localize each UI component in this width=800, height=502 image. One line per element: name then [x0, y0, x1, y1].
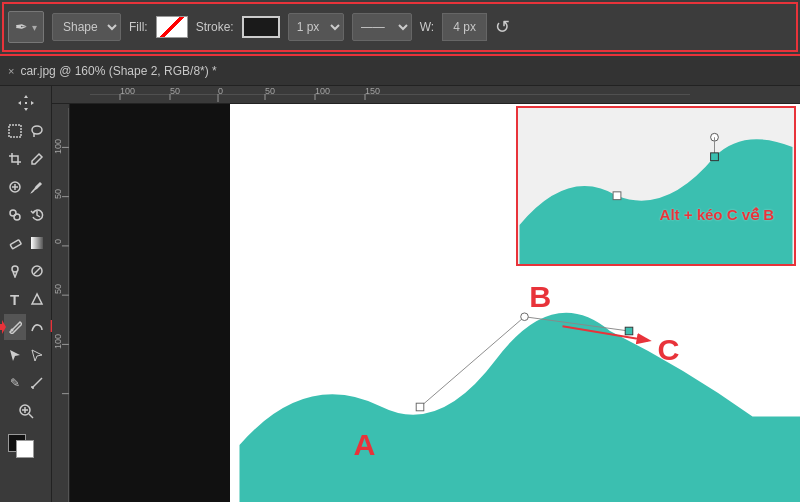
pen-tool-arrow-icon	[0, 317, 8, 337]
svg-point-11	[12, 266, 18, 272]
canvas-area: 100 50 0 50 100 150	[52, 86, 800, 502]
toolbar: ✒ ▾ Shape Fill: Stroke: 1 px —— W: 4 px …	[0, 0, 800, 56]
width-label: W:	[420, 20, 434, 34]
svg-rect-10	[31, 237, 43, 249]
inset-anchor-left	[613, 192, 621, 200]
main-area: T	[0, 86, 800, 502]
tool-shape-vector[interactable]	[26, 286, 48, 312]
inset-anchor-C	[711, 153, 719, 161]
svg-rect-0	[25, 102, 27, 104]
svg-point-2	[32, 126, 42, 134]
inset-svg	[518, 108, 794, 264]
ruler-num-v-50: 50	[53, 189, 63, 199]
label-C: C	[658, 332, 680, 366]
stroke-label: Stroke:	[196, 20, 234, 34]
tool-type[interactable]: T	[4, 286, 26, 312]
pen-dropdown-arrow[interactable]: ▾	[32, 22, 37, 33]
tool-pen-group: Pen Tool	[4, 314, 48, 340]
width-value[interactable]: 4 px	[442, 13, 487, 41]
tool-path-select-group	[4, 342, 48, 368]
dash-style-select[interactable]: ——	[352, 13, 412, 41]
svg-rect-1	[9, 125, 21, 137]
fill-color-box[interactable]	[156, 16, 188, 38]
tab-close-button[interactable]: ×	[8, 65, 14, 77]
tool-direct-select[interactable]	[26, 342, 48, 368]
tool-dodge-group	[4, 258, 48, 284]
tool-marquee-group	[4, 118, 48, 144]
label-B: B	[529, 279, 551, 313]
tool-crop[interactable]	[4, 146, 26, 172]
tool-clone[interactable]	[4, 202, 26, 228]
ruler-ticks-svg	[90, 94, 690, 104]
tool-lasso[interactable]	[26, 118, 48, 144]
svg-point-14	[10, 329, 13, 332]
tool-eyedropper[interactable]	[26, 146, 48, 172]
tool-blur[interactable]	[26, 258, 48, 284]
tab-title: car.jpg @ 160% (Shape 2, RGB/8*) *	[20, 64, 216, 78]
ruler-left-svg	[52, 108, 70, 502]
tool-path-select[interactable]	[4, 342, 26, 368]
tool-brush[interactable]	[26, 174, 48, 200]
ruler-top: 100 50 0 50 100 150	[52, 86, 800, 104]
tool-move[interactable]	[4, 90, 48, 116]
tool-clone-group	[4, 202, 48, 228]
pen-tool-button[interactable]: ✒ ▾	[8, 11, 44, 43]
tool-rect-marquee[interactable]	[4, 118, 26, 144]
ruler-num-v-100b: 100	[53, 334, 63, 349]
anchor-C	[625, 327, 633, 335]
svg-line-15	[32, 378, 42, 388]
tool-eraser[interactable]	[4, 230, 26, 256]
tool-eraser-group	[4, 230, 48, 256]
tool-gradient[interactable]	[26, 230, 48, 256]
tool-notes[interactable]: ✎	[4, 370, 26, 396]
tool-measure[interactable]	[26, 370, 48, 396]
anchor-A	[416, 403, 424, 411]
tool-crop-group	[4, 146, 48, 172]
left-toolbar: T	[0, 86, 52, 502]
pen-icon: ✒	[15, 18, 28, 36]
canvas-black-area	[70, 104, 230, 502]
shape-select[interactable]: Shape	[52, 13, 121, 41]
tool-type-group: T	[4, 286, 48, 312]
fill-label: Fill:	[129, 20, 148, 34]
go-icon[interactable]: ↺	[495, 16, 510, 38]
ruler-left: 100 50 0 50 100	[52, 104, 70, 502]
tool-dodge[interactable]	[4, 258, 26, 284]
svg-rect-9	[10, 240, 21, 249]
tool-notes-group: ✎	[4, 370, 48, 396]
tool-zoom[interactable]	[4, 398, 48, 424]
label-A: A	[354, 427, 376, 461]
svg-marker-13	[0, 320, 6, 334]
tool-heal-group	[4, 174, 48, 200]
background-color[interactable]	[16, 440, 34, 458]
handle-B	[521, 313, 529, 321]
tool-freeform-pen[interactable]	[26, 314, 48, 340]
tool-history[interactable]	[26, 202, 48, 228]
stroke-width-select[interactable]: 1 px	[288, 13, 344, 41]
svg-line-19	[29, 414, 33, 418]
inset-overlay-box: Alt + kéo C về B	[516, 106, 796, 266]
ruler-num-v-100: 100	[53, 139, 63, 154]
ruler-num-v-0: 0	[53, 239, 63, 244]
stroke-color-box[interactable]	[242, 16, 280, 38]
tab-bar: × car.jpg @ 160% (Shape 2, RGB/8*) *	[0, 56, 800, 86]
color-swatches	[4, 430, 48, 460]
teal-shape-path	[240, 313, 801, 502]
ruler-num-v-50b: 50	[53, 284, 63, 294]
svg-point-8	[14, 214, 20, 220]
tool-heal[interactable]	[4, 174, 26, 200]
